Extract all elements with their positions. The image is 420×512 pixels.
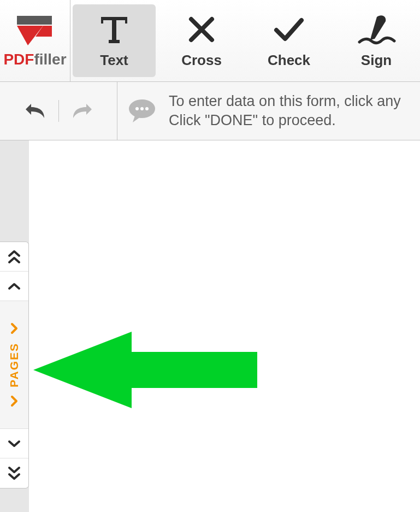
hint-text: To enter data on this form, click any Cl… (169, 92, 401, 130)
svg-marker-0 (17, 16, 52, 25)
sign-tool-button[interactable]: Sign (335, 4, 418, 77)
logo-pdf: PDF (3, 51, 34, 68)
text-tool-label: Text (100, 52, 128, 69)
tool-buttons: Text Cross Check Sign (70, 0, 420, 81)
workspace (0, 140, 420, 512)
history-section (0, 82, 117, 140)
chevron-right-icon (9, 395, 19, 408)
chevron-down-icon (7, 439, 21, 449)
text-icon (96, 13, 133, 46)
hint-line1: To enter data on this form, click any (169, 92, 401, 111)
speech-bubble-icon (127, 98, 157, 123)
chevron-up-icon (7, 281, 21, 291)
canvas-area[interactable] (29, 140, 420, 512)
top-toolbar: PDFfiller Text Cross Check (0, 0, 420, 82)
redo-button[interactable] (64, 94, 99, 128)
undo-button[interactable] (18, 94, 53, 128)
page-nav-panel: PAGES (0, 242, 29, 489)
cross-tool-label: Cross (181, 52, 222, 69)
svg-point-7 (145, 107, 149, 110)
pdffiller-logo-icon (11, 14, 58, 48)
double-chevron-down-icon (7, 466, 21, 481)
redo-icon (70, 99, 94, 120)
undo-icon (23, 99, 48, 120)
next-page-button[interactable] (0, 429, 28, 458)
prev-page-button[interactable] (0, 272, 28, 301)
svg-point-6 (140, 107, 144, 110)
app-logo: PDFfiller (0, 0, 70, 81)
logo-filler: filler (34, 51, 66, 68)
check-tool-button[interactable]: Check (247, 4, 330, 77)
pages-panel-button[interactable]: PAGES (0, 301, 28, 429)
check-tool-label: Check (268, 52, 310, 69)
cross-tool-button[interactable]: Cross (160, 4, 243, 77)
chevron-right-icon (9, 322, 19, 335)
last-page-button[interactable] (0, 458, 28, 488)
hint-line2: Click "DONE" to proceed. (169, 111, 401, 130)
pages-label: PAGES (8, 343, 21, 387)
logo-text: PDFfiller (3, 51, 66, 68)
cross-icon (185, 13, 218, 46)
text-tool-button[interactable]: Text (73, 4, 156, 77)
second-bar: To enter data on this form, click any Cl… (0, 82, 420, 140)
svg-point-5 (135, 107, 139, 110)
first-page-button[interactable] (0, 242, 28, 272)
check-icon (271, 13, 307, 46)
sign-icon (355, 13, 398, 46)
double-chevron-up-icon (7, 249, 21, 264)
svg-marker-4 (133, 116, 140, 122)
hint-message: To enter data on this form, click any Cl… (117, 82, 420, 140)
sign-tool-label: Sign (361, 52, 392, 69)
history-divider (58, 100, 59, 122)
